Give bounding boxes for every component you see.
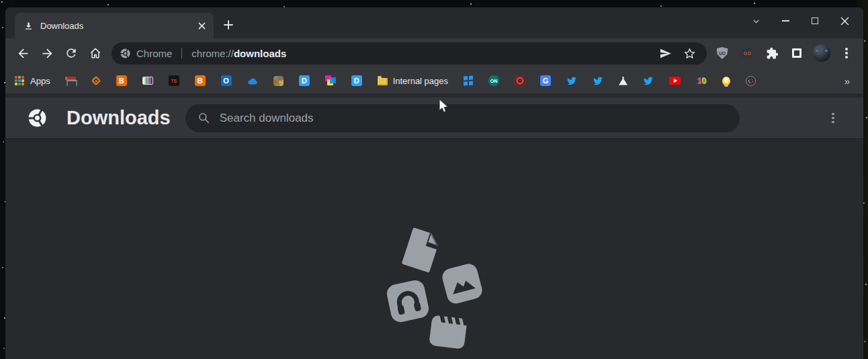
orange-diamond-icon [91, 76, 101, 85]
youtube-icon [669, 77, 681, 85]
browser-menu-button[interactable] [836, 43, 857, 63]
forward-button[interactable] [35, 42, 59, 65]
profile-avatar[interactable] [812, 43, 832, 63]
bookmark-twitter-2[interactable] [593, 75, 603, 86]
tv-test-pattern-icon [142, 77, 153, 85]
downloads-empty-state [5, 139, 863, 359]
onedrive-cloud-icon [247, 75, 258, 86]
home-button[interactable] [83, 42, 107, 65]
downloads-header: Downloads [5, 97, 863, 139]
bookmark-google-translate[interactable]: G [540, 75, 551, 86]
tab-search-chevron-icon[interactable] [741, 11, 771, 31]
omnibox-site-label: Chrome [136, 48, 172, 59]
workbench-table-icon [65, 76, 76, 85]
bookmark-tv-test-pattern[interactable] [142, 77, 153, 85]
torrent-ts-icon: TS [169, 75, 179, 86]
search-icon [198, 112, 210, 124]
bookmark-star-icon[interactable] [680, 44, 699, 63]
disqus-2-icon: D [351, 75, 362, 86]
bookmark-blogger[interactable]: B [116, 75, 127, 86]
bookmark-photo-mosaic[interactable] [273, 76, 284, 86]
photo-mosaic-icon [273, 76, 284, 86]
bookmark-dark-seal[interactable] [746, 76, 756, 86]
bookmark-workbench-table[interactable] [65, 76, 76, 85]
bookmark-color-squares[interactable] [325, 75, 336, 86]
extensions-row: UO [712, 43, 857, 63]
lightbulb-icon [722, 77, 730, 85]
bookmark-torrent-ts[interactable]: TS [169, 75, 179, 86]
kebab-menu-icon [845, 48, 848, 58]
downloads-page: Downloads [5, 93, 863, 359]
on-network-icon: ON [488, 75, 499, 86]
internal-pages-folder-icon [378, 78, 388, 85]
download-icon [24, 21, 34, 31]
bookmark-red-emblem[interactable] [515, 76, 525, 86]
bookmark-outlook[interactable]: O [221, 75, 232, 86]
screen: Downloads [0, 0, 868, 359]
dark-seal-icon [746, 76, 756, 86]
tab-title: Downloads [40, 21, 187, 31]
minimize-icon [782, 20, 789, 22]
chrome-logo-icon [27, 108, 48, 128]
downloads-search[interactable] [185, 104, 740, 132]
maximize-icon [812, 17, 818, 24]
bookmark-internal-pages-folder[interactable]: Internal pages [378, 76, 448, 86]
bookmark-disqus[interactable]: D [299, 75, 310, 86]
send-to-device-icon[interactable] [656, 44, 675, 63]
apps-grid-icon [15, 76, 24, 85]
browser-window: Downloads [5, 7, 863, 359]
page-title: Downloads [67, 107, 171, 129]
bookmark-disqus-2[interactable]: D [351, 75, 362, 86]
bookmark-on-network[interactable]: ON [488, 75, 499, 86]
side-panel-extension[interactable] [787, 43, 807, 63]
omnibox[interactable]: Chrome chrome://downloads [112, 42, 707, 65]
bookmark-list: BTSBODDInternal pagesONG10 [65, 75, 756, 86]
new-tab-button[interactable] [219, 15, 238, 34]
back-button[interactable] [11, 42, 35, 65]
maximize-button[interactable] [800, 11, 830, 31]
bookmark-flask[interactable] [619, 77, 627, 85]
bookmark-onedrive-cloud[interactable] [247, 75, 258, 86]
bookmark-orange-diamond[interactable] [91, 76, 101, 85]
reload-button[interactable] [59, 42, 83, 65]
omnibox-url: chrome://downloads [191, 48, 286, 59]
tab-close-icon[interactable] [193, 17, 210, 34]
downloads-menu-button[interactable] [827, 112, 839, 124]
shield-icon: UO [717, 47, 728, 59]
site-chrome-icon [120, 48, 131, 59]
toolbar: Chrome chrome://downloads UO [5, 38, 863, 68]
spy-character-extension[interactable] [737, 43, 757, 63]
google-translate-icon: G [540, 75, 551, 86]
minimize-button[interactable] [771, 11, 800, 31]
twitter-3-icon [643, 75, 654, 86]
twitter-icon [566, 75, 577, 86]
bookmarks-bar: Apps BTSBODDInternal pagesONG10 » [5, 68, 863, 93]
apps-shortcut[interactable]: Apps [15, 76, 50, 86]
close-window-button[interactable] [830, 11, 859, 31]
tab-downloads[interactable]: Downloads [15, 13, 214, 38]
bookmarks-overflow-chevron[interactable]: » [842, 75, 853, 87]
bookmark-youtube[interactable] [669, 77, 681, 85]
bookmark-twitter[interactable] [566, 75, 577, 86]
omnibox-divider [181, 48, 182, 58]
avatar [813, 44, 830, 62]
bookmark-lightbulb[interactable] [722, 77, 730, 85]
adblock-shield-extension[interactable]: UO [712, 43, 732, 63]
movie-clapper-icon [427, 313, 470, 352]
square-icon [792, 48, 801, 58]
windows10-forums-icon: 10 [696, 75, 707, 86]
twitter-2-icon [593, 75, 603, 86]
image-icon [438, 260, 486, 307]
bookmark-windows10-forums[interactable]: 10 [696, 75, 707, 86]
headphones-icon [383, 276, 433, 326]
window-controls [741, 7, 863, 34]
bookmark-windows-tiles[interactable] [464, 76, 473, 85]
url-scheme: chrome:// [191, 48, 234, 59]
bookmark-blogger-2[interactable]: B [195, 75, 206, 86]
bookmark-twitter-3[interactable] [643, 75, 654, 86]
search-input[interactable] [220, 112, 728, 125]
mouse-cursor [439, 99, 449, 114]
windows-tiles-icon [464, 76, 473, 86]
extensions-menu-button[interactable] [762, 43, 782, 63]
blogger-icon: B [116, 75, 127, 86]
